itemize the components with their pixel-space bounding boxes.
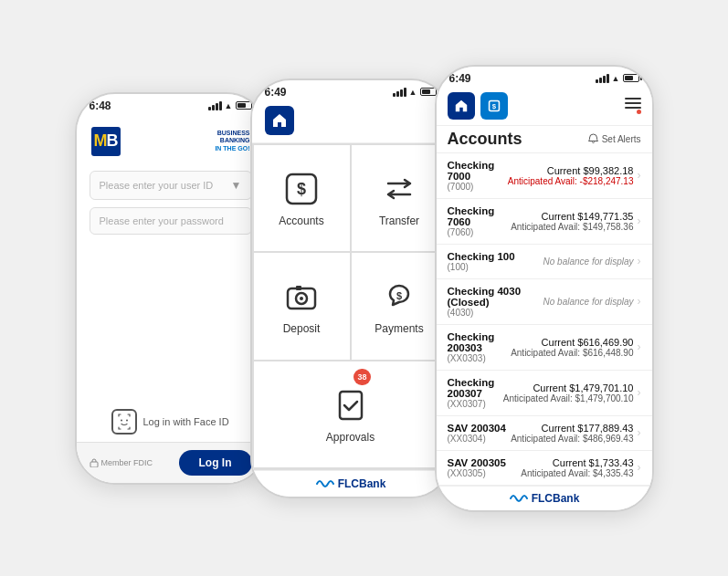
userid-input[interactable]: Please enter your user ID ▼	[90, 171, 252, 200]
hamburger-line-1	[625, 98, 641, 99]
account-row-7060[interactable]: Checking 7060 (7060) Current $149,771.35…	[437, 199, 652, 245]
chevron-7000: ›	[638, 169, 641, 182]
dropdown-arrow: ▼	[231, 179, 242, 192]
account-balance-200303: Current $616,469.90 Anticipated Avail: $…	[511, 337, 633, 358]
flcbank-logo-2: FLCBank	[315, 477, 386, 491]
svg-point-7	[300, 297, 303, 300]
status-icons-3: ▲	[596, 74, 639, 83]
account-balance-100: No balance for display	[543, 257, 634, 267]
flcbank-logo-3: FLCBank	[509, 491, 580, 506]
header-icons: $	[448, 92, 508, 120]
mb-logo-box: MB	[91, 127, 121, 156]
deposit-label: Deposit	[283, 322, 321, 335]
account-row-4030[interactable]: Checking 4030 (Closed) (4030) No balance…	[437, 279, 652, 325]
login-screen: MB BUSINESS BANKING IN THE GO! Please en…	[77, 114, 265, 483]
payments-icon: $	[379, 277, 419, 317]
svg-point-1	[126, 419, 128, 421]
account-balance-sav-200305: Current $1,733.43 Anticipated Avail: $4,…	[521, 457, 633, 478]
set-alerts-button[interactable]: Set Alerts	[587, 133, 641, 145]
wifi-icon-3: ▲	[612, 74, 620, 83]
face-id-label: Log in with Face ID	[142, 416, 228, 427]
menu-grid: $ Accounts Transfer	[252, 143, 449, 470]
account-row-100[interactable]: Checking 100 (100) No balance for displa…	[437, 245, 652, 279]
account-num-7000: (7000)	[448, 182, 508, 192]
chevron-100: ›	[638, 255, 641, 267]
fdic-label: Member FDIC	[90, 458, 153, 467]
approvals-icon	[331, 385, 371, 425]
svg-text:$: $	[297, 180, 306, 198]
approvals-label: Approvals	[326, 431, 375, 444]
accounts-list: Checking 7000 (7000) Current $99,382.18 …	[437, 153, 652, 486]
menu-footer: FLCBank	[252, 470, 449, 497]
accounts-icon-active[interactable]: $	[480, 92, 508, 120]
home-button-3[interactable]	[448, 92, 475, 120]
accounts-label: Accounts	[279, 215, 323, 227]
signal-icon-2	[393, 88, 406, 97]
payments-label: Payments	[375, 322, 423, 335]
account-info-sav-200305: SAV 200305 (XX0305)	[448, 457, 522, 478]
face-id-icon	[111, 409, 137, 435]
account-info-sav-200304: SAV 200304 (XX0304)	[448, 423, 512, 444]
status-bar-3: 6:49 ▲	[437, 67, 652, 87]
login-inputs: Please enter your user ID ▼ Please enter…	[77, 163, 265, 242]
flcbank-label-3: FLCBank	[532, 492, 580, 505]
chevron-7060: ›	[638, 215, 641, 227]
account-balance-sav-200304: Current $177,889.43 Anticipated Avail: $…	[511, 423, 633, 444]
svg-text:$: $	[396, 290, 402, 301]
accounts-title-row: Accounts Set Alerts	[437, 126, 652, 153]
account-balance-7000: Current $99,382.18 Anticipated Avail: -$…	[508, 165, 634, 186]
svg-rect-10	[340, 392, 362, 419]
mb-logo: MB	[91, 127, 121, 156]
menu-item-accounts[interactable]: $ Accounts	[254, 145, 350, 252]
account-name-7000: Checking 7000	[448, 160, 508, 182]
wifi-icon-2: ▲	[409, 88, 417, 97]
account-row-7000[interactable]: Checking 7000 (7000) Current $99,382.18 …	[437, 153, 652, 199]
mb-tagline: BUSINESS BANKING IN THE GO!	[215, 130, 249, 152]
menu-item-deposit[interactable]: Deposit	[254, 253, 350, 360]
menu-item-payments[interactable]: $ Payments	[352, 253, 448, 360]
chevron-sav-200304: ›	[638, 426, 641, 439]
accounts-footer: FLCBank	[437, 486, 652, 510]
password-input[interactable]: Please enter your password	[90, 207, 252, 235]
scene: 6:48 ▲ MB	[8, 15, 721, 562]
status-bar-1: 6:48 ▲	[77, 94, 265, 114]
flcbank-label-2: FLCBank	[338, 477, 386, 490]
login-bottom: Member FDIC Log In	[77, 442, 265, 483]
home-button[interactable]	[265, 106, 294, 135]
account-row-200307[interactable]: Checking 200307 (XX0307) Current $1,479,…	[437, 371, 652, 416]
accounts-page-title: Accounts	[448, 130, 522, 149]
logo-m: M	[94, 131, 107, 151]
face-id-row[interactable]: Log in with Face ID	[77, 409, 265, 435]
status-icons-1: ▲	[208, 101, 252, 110]
login-button[interactable]: Log In	[179, 450, 252, 476]
account-info-200303: Checking 200303 (XX0303)	[448, 331, 512, 363]
account-row-200303[interactable]: Checking 200303 (XX0303) Current $616,46…	[437, 325, 652, 371]
battery-icon-1	[236, 101, 252, 110]
account-info-7060: Checking 7060 (7060)	[448, 205, 512, 237]
svg-rect-2	[90, 462, 98, 467]
phone-login: 6:48 ▲ MB	[75, 92, 267, 485]
chevron-4030: ›	[638, 295, 641, 308]
battery-icon-3	[623, 74, 639, 82]
account-info-4030: Checking 4030 (Closed) (4030)	[448, 286, 543, 318]
chevron-200303: ›	[638, 340, 641, 353]
account-row-sav-200305[interactable]: SAV 200305 (XX0305) Current $1,733.43 An…	[437, 451, 652, 486]
account-info-7000: Checking 7000 (7000)	[448, 160, 508, 192]
svg-text:$: $	[491, 102, 496, 110]
status-icons-2: ▲	[393, 88, 437, 97]
account-balance-7060: Current $149,771.35 Anticipated Avail: $…	[511, 211, 633, 232]
menu-item-approvals[interactable]: 38 Approvals	[254, 361, 448, 468]
menu-item-transfer[interactable]: Transfer	[352, 145, 448, 252]
hamburger-menu[interactable]	[625, 98, 641, 114]
transfer-label: Transfer	[379, 215, 419, 227]
account-balance-4030: No balance for display	[543, 297, 634, 307]
hamburger-line-2	[625, 102, 641, 104]
account-info-200307: Checking 200307 (XX0307)	[448, 377, 503, 409]
notification-dot	[637, 110, 641, 114]
approvals-badge: 38	[353, 369, 370, 385]
chevron-sav-200305: ›	[638, 461, 641, 474]
status-bar-2: 6:49 ▲	[252, 80, 449, 100]
account-row-sav-200304[interactable]: SAV 200304 (XX0304) Current $177,889.43 …	[437, 416, 652, 451]
logo-b: B	[107, 131, 118, 151]
wifi-icon-1: ▲	[225, 101, 233, 110]
